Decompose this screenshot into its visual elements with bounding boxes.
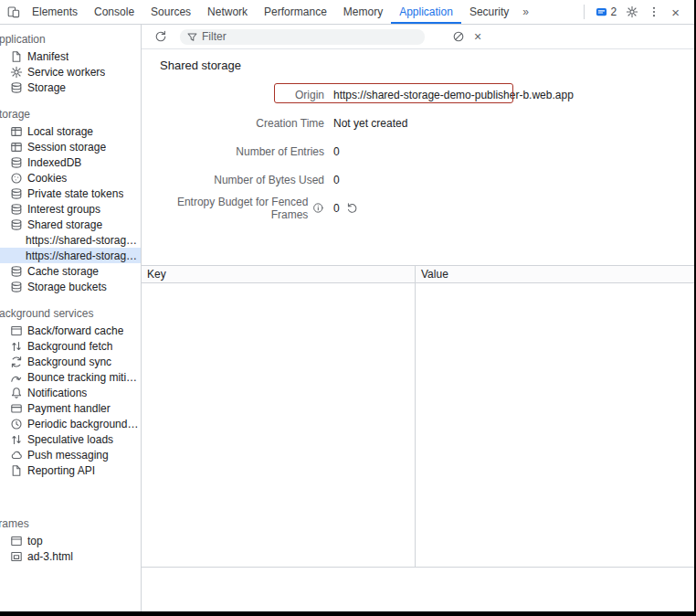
toggle-device-toolbar-icon[interactable] [4, 0, 24, 24]
sidebar-item-periodic-background-sync[interactable]: Periodic background s… [0, 416, 141, 431]
sidebar-item-background-fetch[interactable]: Background fetch [0, 338, 141, 354]
sidebar-item-label: Private state tokens [27, 187, 123, 200]
value-column-body[interactable] [416, 283, 694, 567]
sidebar-item-frame-top[interactable]: top [0, 533, 141, 548]
report-label: Number of Entries [142, 145, 324, 158]
sidebar-item-label: Session storage [27, 141, 106, 154]
tab-memory[interactable]: Memory [335, 0, 391, 24]
shared-storage-panel: × Shared storage Origin https://shared-s… [142, 25, 694, 611]
page-title: Shared storage [142, 49, 694, 80]
sidebar-item-private-state-tokens[interactable]: Private state tokens [0, 186, 141, 201]
filter-box[interactable] [180, 29, 425, 45]
sidebar-item-service-workers[interactable]: Service workers [0, 64, 141, 80]
column-header-value[interactable]: Value [416, 266, 694, 282]
info-icon[interactable] [312, 202, 324, 214]
sidebar-item-background-sync[interactable]: Background sync [0, 354, 141, 369]
frame-icon [10, 535, 23, 547]
card-icon [10, 402, 23, 415]
report-row-origin: Origin https://shared-storage-demo-publi… [142, 80, 694, 109]
sidebar-item-frame-ad-3[interactable]: ad-3.html [0, 548, 141, 564]
sidebar-item-local-storage[interactable]: Local storage [0, 123, 141, 139]
report-section: Origin https://shared-storage-demo-publi… [142, 80, 694, 222]
issues-counter-button[interactable]: 2 [592, 5, 621, 18]
frame-icon [10, 324, 23, 337]
more-options-icon[interactable] [644, 5, 664, 18]
database-icon [10, 281, 23, 293]
sidebar-item-shared-storage-origin-a[interactable]: https://shared-storage-d… [0, 232, 141, 248]
bounce-icon [10, 371, 23, 384]
table-header: Key Value [142, 266, 694, 283]
reset-budget-icon[interactable] [346, 202, 358, 214]
database-icon [10, 265, 23, 278]
devtools-tabbar: Elements Console Sources Network Perform… [0, 0, 694, 25]
table-icon [10, 141, 23, 154]
filter-input[interactable] [202, 30, 418, 43]
report-value-text: 0 [333, 202, 340, 215]
clear-x-icon[interactable]: × [469, 30, 487, 43]
sidebar-item-shared-storage-origin-b[interactable]: https://shared-storage-d… [0, 248, 141, 263]
report-label: Creation Time [142, 117, 324, 130]
sidebar-item-label: Service workers [27, 66, 105, 79]
tab-security[interactable]: Security [461, 0, 517, 24]
sidebar-item-storage[interactable]: Storage [0, 80, 141, 95]
tab-performance[interactable]: Performance [256, 0, 335, 24]
refresh-icon[interactable] [151, 25, 171, 48]
section-header: Frames [0, 515, 141, 533]
sidebar-item-bounce-tracking-mitigations[interactable]: Bounce tracking mitiga… [0, 369, 141, 385]
sidebar-item-label: Periodic background s… [27, 418, 141, 430]
tab-elements[interactable]: Elements [24, 0, 86, 24]
sidebar-section-background-services: Background services Back/forward cache B… [0, 304, 141, 478]
sidebar-item-push-messaging[interactable]: Push messaging [0, 447, 141, 462]
sidebar-item-label: Storage buckets [27, 281, 107, 293]
tab-application[interactable]: Application [391, 0, 461, 24]
sidebar-item-reporting-api[interactable]: Reporting API [0, 462, 141, 478]
column-header-key[interactable]: Key [142, 266, 416, 282]
table-body[interactable] [142, 283, 694, 568]
section-header: Storage [0, 105, 141, 123]
table-icon [10, 125, 23, 138]
report-value: 0 [333, 202, 358, 215]
separator [584, 5, 585, 19]
sidebar-item-cookies[interactable]: Cookies [0, 170, 141, 186]
sidebar-item-payment-handler[interactable]: Payment handler [0, 400, 141, 416]
sidebar-item-speculative-loads[interactable]: Speculative loads [0, 431, 141, 447]
sync-icon [10, 356, 23, 368]
sidebar-section-frames: Frames top ad-3.html [0, 515, 141, 564]
document-icon [10, 464, 23, 477]
tab-console[interactable]: Console [86, 0, 142, 24]
up-down-arrows-icon [10, 433, 23, 446]
filter-funnel-icon [186, 31, 198, 43]
settings-gear-icon[interactable] [622, 5, 642, 18]
sidebar-item-label: Speculative loads [27, 433, 113, 446]
sidebar-item-cache-storage[interactable]: Cache storage [0, 263, 141, 279]
sidebar-item-notifications[interactable]: Notifications [0, 385, 141, 400]
sidebar-item-label: top [27, 535, 43, 547]
close-devtools-button[interactable]: × [666, 5, 685, 19]
cloud-icon [10, 449, 23, 462]
tab-network[interactable]: Network [199, 0, 256, 24]
database-icon [10, 187, 23, 200]
database-icon [10, 203, 23, 216]
issues-icon [596, 6, 607, 18]
cookie-icon [10, 172, 23, 185]
report-row-creation-time: Creation Time Not yet created [142, 109, 694, 137]
sidebar-item-shared-storage[interactable]: Shared storage [0, 217, 141, 232]
tab-sources[interactable]: Sources [142, 0, 199, 24]
issues-count-label: 2 [611, 5, 617, 18]
report-label: Origin [142, 89, 324, 101]
gear-icon [10, 66, 23, 79]
key-column-body[interactable] [142, 283, 416, 567]
devtools-window: Elements Console Sources Network Perform… [0, 0, 696, 616]
report-label-text: Entropy Budget for Fenced Frames [142, 196, 308, 221]
sidebar-item-manifest[interactable]: Manifest [0, 48, 141, 64]
more-tabs-button[interactable]: » [517, 0, 534, 24]
iframe-icon [10, 550, 23, 563]
sidebar-item-back-forward-cache[interactable]: Back/forward cache [0, 323, 141, 338]
sidebar-item-session-storage[interactable]: Session storage [0, 139, 141, 154]
sidebar-item-label: Bounce tracking mitiga… [27, 371, 141, 384]
sidebar-item-interest-groups[interactable]: Interest groups [0, 201, 141, 217]
report-row-number-of-entries: Number of Entries 0 [142, 137, 694, 165]
sidebar-item-storage-buckets[interactable]: Storage buckets [0, 279, 141, 294]
sidebar-item-indexeddb[interactable]: IndexedDB [0, 154, 141, 170]
block-clear-icon[interactable] [448, 25, 469, 48]
